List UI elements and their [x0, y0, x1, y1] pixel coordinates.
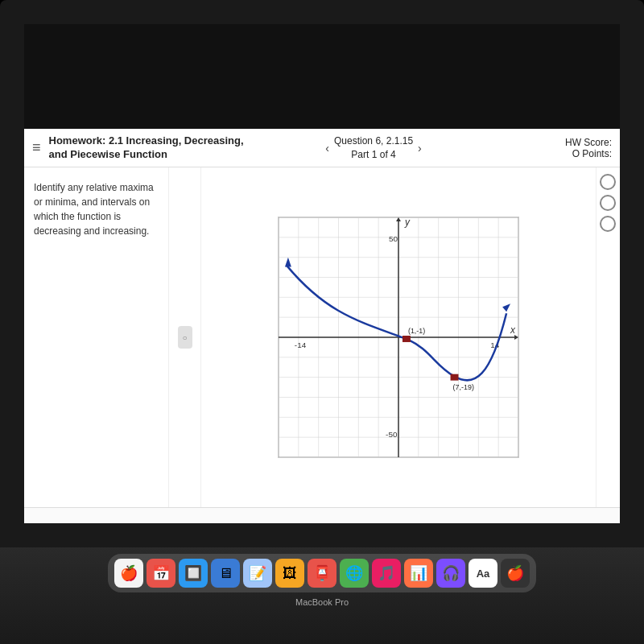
graph-panel: y x 50 -50 -14 14 — [201, 167, 596, 507]
main-content: Identify any relative maxi­ma or minima,… — [24, 167, 620, 507]
nav-text: Question 6, 2.1.15 Part 1 of 4 — [334, 134, 413, 162]
dock-dictionary[interactable]: Aa — [469, 559, 497, 588]
dock-mail[interactable]: 📮 — [308, 559, 336, 588]
prev-arrow[interactable]: ‹ — [325, 142, 329, 155]
toggle-handle[interactable]: ○ — [178, 326, 192, 349]
svg-text:-14: -14 — [295, 341, 307, 349]
app-container: ≡ Homework: 2.1 Increasing, Decreasing, … — [24, 129, 620, 572]
mac-bottom: 🍎 📅 🔲 🖥 📝 🖼 📮 🌐 🎵 📊 🎧 Aa 🍎 MacBook Pro — [0, 547, 644, 644]
menu-icon[interactable]: ≡ — [32, 139, 41, 156]
svg-text:50: 50 — [389, 234, 398, 243]
svg-text:y: y — [404, 217, 411, 228]
svg-rect-37 — [451, 374, 459, 381]
option-3[interactable] — [600, 216, 616, 232]
screen-top-dark — [24, 24, 620, 129]
dock-apple[interactable]: 🍎 — [114, 559, 143, 588]
macbook-label: MacBook Pro — [295, 597, 349, 607]
monitor: ≡ Homework: 2.1 Increasing, Decreasing, … — [0, 0, 644, 644]
graph-svg: y x 50 -50 -14 14 — [278, 217, 519, 458]
dock-extra[interactable]: 🍎 — [501, 559, 530, 588]
svg-text:x: x — [510, 324, 516, 336]
dock-numbers[interactable]: 📊 — [404, 559, 433, 588]
screen-bottom-strip — [24, 523, 620, 547]
dock-finder[interactable]: 🖥 — [211, 559, 240, 588]
question-text: Identify any relative maxi­ma or minima,… — [34, 180, 159, 238]
svg-text:-50: -50 — [386, 430, 398, 439]
option-1[interactable] — [600, 174, 616, 190]
header-title-line1: Homework: 2.1 Increasing, Decreasing, — [49, 134, 266, 148]
dock-chrome[interactable]: 🌐 — [340, 559, 369, 588]
dock: 🍎 📅 🔲 🖥 📝 🖼 📮 🌐 🎵 📊 🎧 Aa 🍎 — [108, 554, 536, 592]
dock-photos[interactable]: 🖼 — [275, 559, 304, 588]
header-title-line2: and Piecewise Function — [49, 148, 266, 162]
svg-rect-35 — [402, 336, 411, 342]
svg-text:(1,-1): (1,-1) — [408, 327, 425, 335]
part-label: Part 1 of 4 — [334, 148, 413, 162]
dock-notes[interactable]: 📝 — [243, 559, 272, 588]
points-label: O Points: — [482, 148, 612, 159]
dock-calendar[interactable]: 📅 — [147, 559, 175, 588]
header-nav: ‹ Question 6, 2.1.15 Part 1 of 4 › — [266, 134, 482, 162]
header-title: Homework: 2.1 Increasing, Decreasing, an… — [49, 134, 266, 162]
question-label: Question 6, 2.1.15 — [334, 134, 413, 148]
header-score: HW Score: O Points: — [482, 137, 612, 159]
dock-podcasts[interactable]: 🎧 — [436, 559, 465, 588]
dock-music[interactable]: 🎵 — [372, 559, 401, 588]
dock-launchpad[interactable]: 🔲 — [179, 559, 208, 588]
middle-panel: ○ — [169, 167, 201, 507]
header-bar: ≡ Homework: 2.1 Increasing, Decreasing, … — [24, 129, 620, 167]
next-arrow[interactable]: › — [418, 142, 422, 155]
screen: ≡ Homework: 2.1 Increasing, Decreasing, … — [24, 24, 620, 572]
svg-text:(7,-19): (7,-19) — [453, 383, 474, 391]
option-2[interactable] — [600, 195, 616, 211]
question-panel: Identify any relative maxi­ma or minima,… — [24, 167, 169, 507]
options-panel — [596, 167, 620, 507]
hw-score-label: HW Score: — [482, 137, 612, 148]
